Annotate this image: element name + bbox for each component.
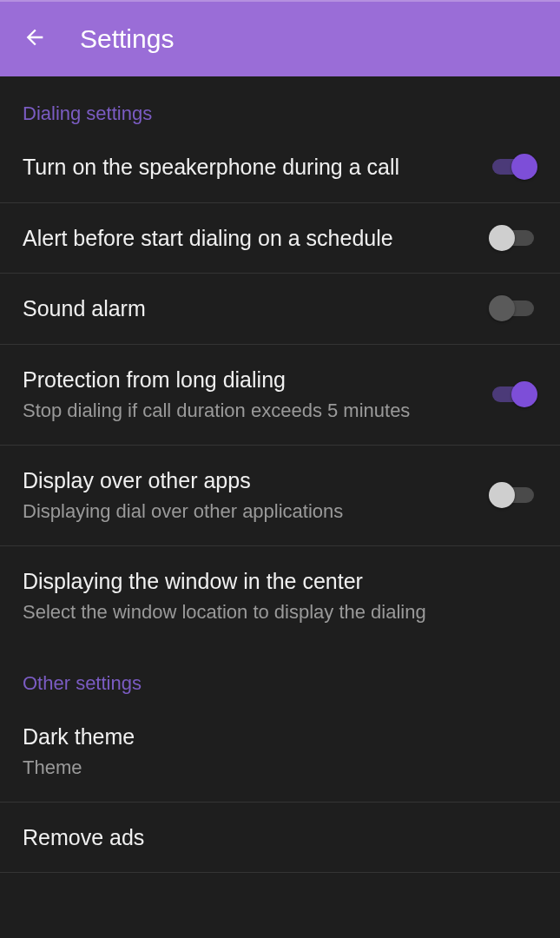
toggle-thumb — [511, 154, 537, 180]
toggle-alert-schedule[interactable] — [489, 225, 537, 251]
setting-subtitle: Stop dialing if call duration exceeds 5 … — [23, 399, 475, 424]
setting-remove-ads[interactable]: Remove ads — [0, 803, 560, 874]
setting-text: Sound alarm — [23, 294, 489, 323]
setting-window-center[interactable]: Displaying the window in the center Sele… — [0, 546, 560, 646]
setting-text: Remove ads — [23, 823, 537, 852]
setting-title: Sound alarm — [23, 294, 475, 323]
toggle-speakerphone[interactable] — [489, 154, 537, 180]
setting-subtitle: Select the window location to display th… — [23, 600, 524, 625]
toggle-display-over[interactable] — [489, 482, 537, 508]
setting-title: Displaying the window in the center — [23, 567, 524, 596]
page-title: Settings — [80, 24, 174, 54]
setting-title: Turn on the speakerphone during a call — [23, 153, 475, 182]
setting-text: Turn on the speakerphone during a call — [23, 153, 489, 182]
toggle-thumb — [511, 381, 537, 407]
toggle-sound-alarm[interactable] — [489, 295, 537, 321]
setting-title: Protection from long dialing — [23, 366, 475, 394]
toggle-thumb — [489, 295, 515, 321]
setting-title: Alert before start dialing on a schedule — [23, 224, 475, 253]
arrow-back-icon — [23, 25, 47, 53]
setting-dark-theme[interactable]: Dark theme Theme — [0, 702, 560, 803]
setting-text: Alert before start dialing on a schedule — [23, 224, 489, 253]
toggle-thumb — [489, 482, 515, 508]
setting-text: Displaying the window in the center Sele… — [23, 567, 537, 625]
section-header-other: Other settings — [0, 646, 560, 702]
setting-title: Dark theme — [23, 723, 524, 751]
section-header-dialing: Dialing settings — [0, 76, 560, 132]
setting-alert-schedule[interactable]: Alert before start dialing on a schedule — [0, 203, 560, 274]
setting-text: Protection from long dialing Stop dialin… — [23, 366, 489, 424]
setting-sound-alarm[interactable]: Sound alarm — [0, 274, 560, 345]
toggle-thumb — [489, 225, 515, 251]
setting-text: Display over other apps Displaying dial … — [23, 466, 489, 525]
setting-title: Remove ads — [23, 823, 524, 852]
setting-subtitle: Theme — [23, 756, 524, 781]
setting-title: Display over other apps — [23, 466, 475, 495]
setting-text: Dark theme Theme — [23, 723, 537, 781]
app-header: Settings — [0, 0, 560, 76]
setting-protection-long-dialing[interactable]: Protection from long dialing Stop dialin… — [0, 345, 560, 446]
back-button[interactable] — [17, 22, 52, 56]
toggle-protection[interactable] — [489, 381, 537, 407]
setting-speakerphone[interactable]: Turn on the speakerphone during a call — [0, 132, 560, 203]
setting-subtitle: Displaying dial over other applications — [23, 499, 475, 525]
setting-display-over-apps[interactable]: Display over other apps Displaying dial … — [0, 446, 560, 546]
